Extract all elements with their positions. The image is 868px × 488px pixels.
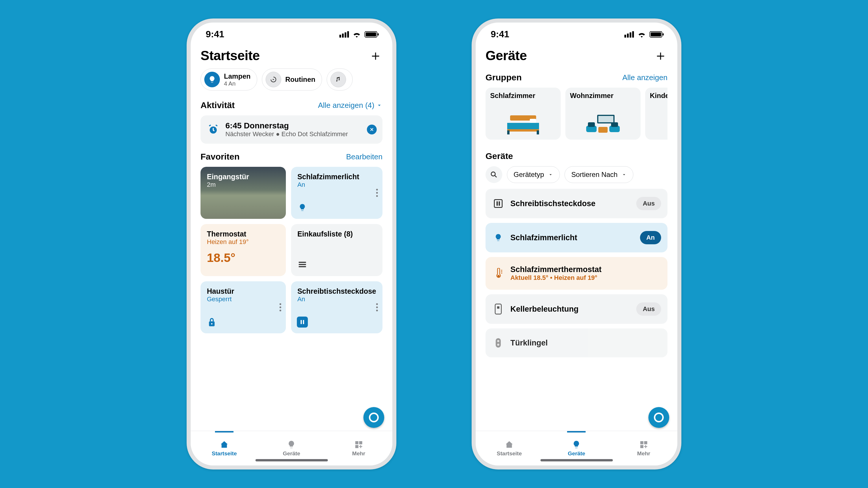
favorite-frontdoor[interactable]: Haustür Gesperrt: [200, 281, 286, 333]
nav-home[interactable]: Startseite: [476, 431, 543, 465]
lock-icon: [206, 317, 217, 328]
svg-rect-22: [494, 200, 502, 207]
home-indicator: [255, 459, 328, 461]
shortcut-lamps[interactable]: Lampen 4 An: [200, 68, 257, 91]
svg-rect-4: [303, 320, 304, 324]
sort-chip[interactable]: Sortieren Nach: [564, 166, 633, 183]
bed-icon: [504, 112, 542, 136]
bulb-icon: [572, 440, 581, 449]
page-title: Geräte: [486, 48, 527, 63]
favorite-shopping-list[interactable]: Einkaufsliste (8): [291, 224, 382, 276]
status-icons: [624, 31, 662, 38]
page-header: Startseite ＋: [191, 42, 392, 68]
signal-icon: [339, 31, 349, 38]
svg-rect-19: [611, 122, 618, 127]
svg-rect-18: [588, 122, 595, 127]
favorite-desksocket[interactable]: Schreibtischsteckdose An: [291, 281, 382, 333]
list-icon: [297, 259, 308, 270]
svg-rect-23: [496, 201, 498, 206]
phone-mock-devices: 9:41 Geräte ＋ Gruppen Alle anzeigen Schl…: [472, 19, 681, 469]
group-kidsroom[interactable]: Kinderzimmer: [645, 88, 668, 140]
device-cellar-light[interactable]: Kellerbeleuchtung Aus: [486, 294, 668, 324]
more-menu[interactable]: [376, 303, 378, 312]
device-bedlight[interactable]: Schlafzimmerlicht An: [486, 223, 668, 252]
status-time: 9:41: [491, 29, 509, 40]
favorites-edit[interactable]: Bearbeiten: [346, 152, 382, 161]
more-menu[interactable]: [279, 303, 281, 312]
svg-point-21: [491, 172, 495, 176]
status-bar: 9:41: [476, 23, 677, 42]
device-search-button[interactable]: [486, 166, 502, 183]
svg-rect-20: [598, 127, 608, 133]
battery-icon: [650, 31, 662, 38]
toggle-off[interactable]: Aus: [636, 302, 661, 316]
status-bar: 9:41: [191, 23, 392, 42]
groups-show-all[interactable]: Alle anzeigen: [622, 73, 668, 82]
devices-heading: Geräte: [486, 151, 513, 161]
shortcut-music[interactable]: [327, 68, 353, 91]
svg-rect-5: [355, 441, 359, 444]
device-desksocket[interactable]: Schreibtischsteckdose Aus: [486, 189, 668, 218]
favorites-heading: Favoriten: [200, 152, 240, 162]
group-livingroom[interactable]: Wohnzimmer: [565, 88, 641, 140]
toggle-off[interactable]: Aus: [636, 197, 661, 210]
routines-icon: [266, 72, 281, 87]
toggle-on[interactable]: An: [640, 231, 661, 244]
home-icon: [220, 440, 229, 449]
nav-home[interactable]: Startseite: [191, 431, 258, 465]
alarm-icon: [206, 123, 220, 136]
chevron-down-icon: [376, 102, 382, 108]
add-button[interactable]: ＋: [654, 48, 668, 62]
signal-icon: [624, 31, 634, 38]
activity-heading: Aktivität: [200, 100, 235, 110]
bulb-icon: [492, 231, 505, 244]
page-header: Geräte ＋: [476, 42, 677, 68]
filter-type-chip[interactable]: Gerätetyp: [507, 166, 560, 183]
page-title: Startseite: [200, 48, 260, 63]
thermometer-icon: [492, 267, 505, 280]
thermostat-current: 18.5°: [207, 251, 279, 265]
wifi-icon: [638, 31, 646, 38]
svg-rect-12: [507, 130, 509, 134]
svg-point-30: [497, 344, 499, 346]
alexa-ring-icon: [654, 413, 664, 422]
svg-rect-28: [496, 338, 501, 348]
svg-rect-32: [644, 441, 647, 444]
grid-plus-icon: [354, 440, 363, 449]
shortcut-label: Routinen: [285, 75, 315, 84]
device-doorbell[interactable]: Türklingel: [486, 328, 668, 357]
shortcut-routines[interactable]: Routinen: [262, 68, 322, 91]
svg-rect-31: [640, 441, 644, 444]
svg-rect-3: [301, 320, 302, 324]
home-icon: [505, 440, 514, 449]
nav-more[interactable]: Mehr: [610, 431, 677, 465]
device-bedthermo[interactable]: Schlafzimmerthermostat Aktuell 18.5° • H…: [486, 257, 668, 290]
bulb-icon: [204, 72, 220, 87]
group-bedroom[interactable]: Schlafzimmer: [486, 88, 561, 140]
svg-rect-13: [537, 130, 539, 134]
activity-alarm-card[interactable]: 6:45 Donnerstag Nächster Wecker ● Echo D…: [200, 116, 382, 144]
favorite-doorcam[interactable]: Eingangstür 2m: [200, 167, 286, 219]
alexa-fab[interactable]: [648, 407, 669, 428]
alarm-time: 6:45 Donnerstag: [225, 121, 348, 130]
chevron-down-icon: [621, 172, 627, 177]
svg-point-29: [497, 340, 499, 342]
dismiss-alarm-button[interactable]: [367, 125, 377, 134]
favorite-bedlight[interactable]: Schlafzimmerlicht An: [291, 167, 382, 219]
chevron-down-icon: [548, 172, 553, 177]
activity-show-all[interactable]: Alle anzeigen (4): [318, 101, 382, 110]
grid-plus-icon: [639, 440, 648, 449]
favorite-thermostat[interactable]: Thermostat Heizen auf 19° 18.5°: [200, 224, 286, 276]
home-indicator: [540, 459, 613, 461]
add-button[interactable]: ＋: [369, 48, 382, 62]
alexa-fab[interactable]: [363, 407, 384, 428]
svg-rect-9: [507, 123, 539, 130]
status-time: 9:41: [206, 29, 224, 40]
svg-rect-11: [530, 119, 536, 123]
shortcut-sub: 4 An: [224, 80, 251, 87]
nav-more[interactable]: Mehr: [325, 431, 392, 465]
bulb-icon: [287, 440, 296, 449]
svg-rect-33: [640, 445, 644, 448]
more-menu[interactable]: [376, 189, 378, 197]
svg-rect-7: [355, 445, 359, 448]
